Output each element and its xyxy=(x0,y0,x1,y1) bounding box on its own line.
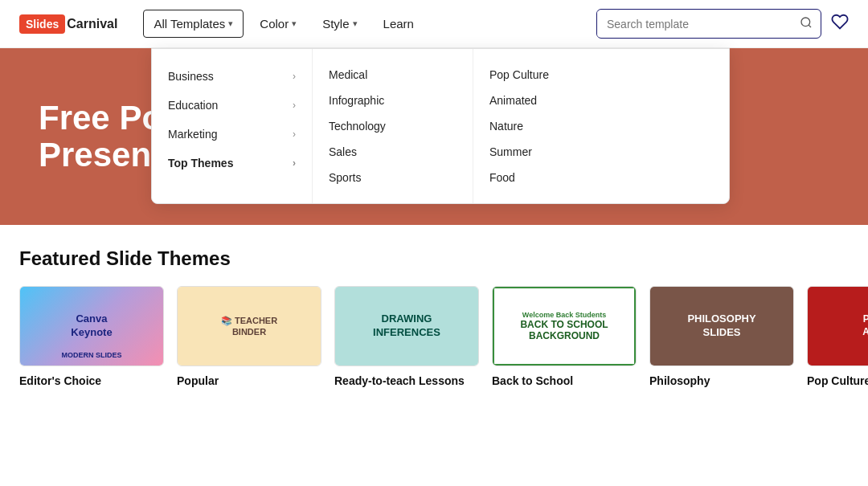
card-label-back-to-school: Back to School xyxy=(492,374,637,387)
thumb-text-pop-culture: PRESEAND CI xyxy=(856,307,868,345)
card-popular[interactable]: 📚 TEACHERBINDER Popular xyxy=(177,286,321,387)
dropdown-item-summer[interactable]: Summer xyxy=(489,139,618,165)
featured-section: Featured Slide Themes CanvaKeynote MODER… xyxy=(0,225,868,387)
dropdown-item-medical[interactable]: Medical xyxy=(329,62,457,88)
dropdown-item-education[interactable]: Education › xyxy=(152,91,312,120)
card-thumb-back-to-school: Welcome Back Students BACK TO SCHOOLBACK… xyxy=(492,286,637,366)
card-label-editors-choice: Editor's Choice xyxy=(19,374,164,387)
thumb-text-popular: 📚 TEACHERBINDER xyxy=(215,308,284,345)
chevron-right-icon: › xyxy=(293,129,296,140)
dropdown-item-sales[interactable]: Sales xyxy=(329,139,457,165)
card-thumb-popular: 📚 TEACHERBINDER xyxy=(177,286,321,366)
card-thumb-drawing: DRAWINGINFERENCES xyxy=(334,286,479,366)
card-pop-culture[interactable]: PRESEAND CI Pop Culture xyxy=(807,286,868,387)
nav-style[interactable]: Style ▾ xyxy=(313,10,366,37)
card-thumb-pop-culture: PRESEAND CI xyxy=(807,286,868,366)
favorites-button[interactable] xyxy=(831,13,849,35)
card-label-ready-to-teach: Ready-to-teach Lessons xyxy=(334,374,479,387)
chevron-right-icon: › xyxy=(293,157,296,169)
search-button[interactable] xyxy=(792,10,821,38)
card-thumb-editors-choice: CanvaKeynote MODERN SLIDES xyxy=(19,286,164,366)
search-bar xyxy=(596,9,821,39)
thumb-text-drawing: DRAWINGINFERENCES xyxy=(366,306,447,346)
card-label-popular: Popular xyxy=(177,374,321,387)
dropdown-mid-col: Medical Infographic Technology Sales Spo… xyxy=(313,49,473,203)
card-thumb-philosophy: PHILOSOPHYSLIDES xyxy=(649,286,794,366)
dropdown-item-food[interactable]: Food xyxy=(489,165,618,190)
card-label-pop-culture: Pop Culture xyxy=(807,374,868,387)
logo[interactable]: Slides Carnival xyxy=(19,14,117,34)
nav-color[interactable]: Color ▾ xyxy=(250,10,306,37)
dropdown-item-top-themes[interactable]: Top Themes › xyxy=(152,149,312,178)
chevron-right-icon: › xyxy=(293,71,296,82)
dropdown-menu: Business › Education › Marketing › Top T… xyxy=(151,48,730,204)
dropdown-item-animated[interactable]: Animated xyxy=(489,88,618,113)
card-editors-choice[interactable]: CanvaKeynote MODERN SLIDES Editor's Choi… xyxy=(19,286,164,387)
chevron-down-icon: ▾ xyxy=(292,18,297,29)
dropdown-item-pop-culture[interactable]: Pop Culture xyxy=(489,62,618,88)
dropdown-item-infographic[interactable]: Infographic xyxy=(329,88,457,113)
dropdown-right-col: Pop Culture Animated Nature Summer Food xyxy=(473,49,634,203)
card-ready-to-teach[interactable]: DRAWINGINFERENCES Ready-to-teach Lessons xyxy=(334,286,479,387)
dropdown-item-business[interactable]: Business › xyxy=(152,62,312,91)
logo-slides-text: Slides xyxy=(19,14,65,34)
thumb-text-backtoschool: Welcome Back Students BACK TO SCHOOLBACK… xyxy=(515,306,612,347)
dropdown-item-marketing[interactable]: Marketing › xyxy=(152,120,312,149)
card-philosophy[interactable]: PHILOSOPHYSLIDES Philosophy xyxy=(649,286,794,387)
dropdown-item-sports[interactable]: Sports xyxy=(329,165,457,190)
thumb-sub-canva: MODERN SLIDES xyxy=(61,351,121,359)
featured-title: Featured Slide Themes xyxy=(19,247,849,270)
nav-links: All Templates ▾ Color ▾ Style ▾ Learn xyxy=(143,10,424,38)
navbar: Slides Carnival All Templates ▾ Color ▾ … xyxy=(0,0,868,48)
svg-line-1 xyxy=(809,25,811,27)
dropdown-item-technology[interactable]: Technology xyxy=(329,113,457,139)
heart-icon xyxy=(831,13,849,31)
chevron-down-icon: ▾ xyxy=(353,18,358,29)
dropdown-left-col: Business › Education › Marketing › Top T… xyxy=(152,49,313,203)
thumb-text-canva: CanvaKeynote xyxy=(64,306,118,346)
search-input[interactable] xyxy=(597,11,792,37)
card-back-to-school[interactable]: Welcome Back Students BACK TO SCHOOLBACK… xyxy=(492,286,637,387)
cards-row: CanvaKeynote MODERN SLIDES Editor's Choi… xyxy=(19,286,849,387)
thumb-text-philosophy: PHILOSOPHYSLIDES xyxy=(681,306,762,346)
card-label-philosophy: Philosophy xyxy=(649,374,794,387)
dropdown-item-nature[interactable]: Nature xyxy=(489,113,618,139)
nav-learn[interactable]: Learn xyxy=(374,10,424,37)
chevron-down-icon: ▾ xyxy=(228,18,233,29)
logo-carnival-text: Carnival xyxy=(67,17,117,31)
nav-all-templates[interactable]: All Templates ▾ xyxy=(143,10,244,38)
search-icon xyxy=(800,16,813,29)
chevron-right-icon: › xyxy=(293,100,296,111)
svg-point-0 xyxy=(801,18,810,27)
